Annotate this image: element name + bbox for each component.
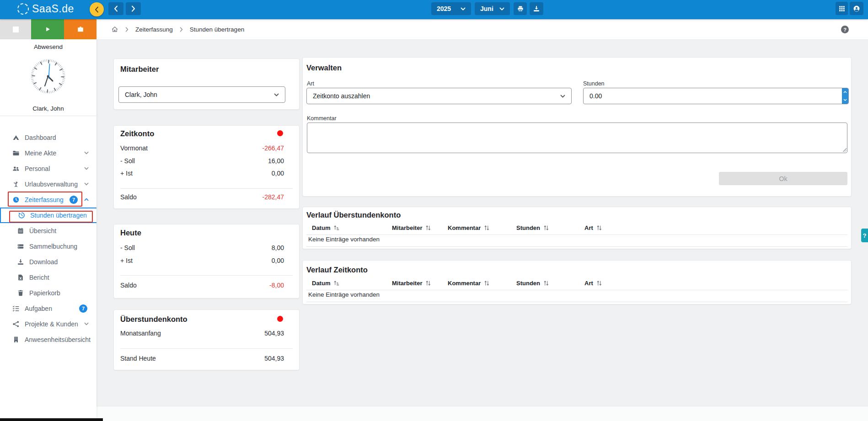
row-value: -8,00 xyxy=(269,282,284,289)
heute-card-title: Heute xyxy=(120,229,141,237)
column-header-kommentar[interactable]: Kommentar xyxy=(448,224,490,231)
verlauf-ueberstundenkonto-card: Verlauf Überstundenkonto Datum Mitarbeit… xyxy=(302,207,852,249)
ueberstundenkonto-card: Überstundenkonto Monatsanfang 504,93 Sta… xyxy=(113,309,300,370)
row-label: - Soll xyxy=(120,244,135,251)
trash-icon xyxy=(17,289,24,297)
stunden-input[interactable] xyxy=(583,88,849,104)
sidebar-item-projekte-kunden[interactable]: Projekte & Kunden xyxy=(0,316,96,332)
spinner-down-button[interactable] xyxy=(842,96,848,104)
export-button[interactable] xyxy=(530,2,543,15)
column-header-art[interactable]: Art xyxy=(584,224,602,231)
sidebar-item-bericht[interactable]: Bericht xyxy=(0,270,96,285)
sort-both-icon xyxy=(543,280,549,286)
verlauf-ueberstundenkonto-title: Verlauf Überstundenkonto xyxy=(306,211,401,219)
chevron-right-icon xyxy=(180,27,183,32)
spinner-up-button[interactable] xyxy=(842,88,848,96)
print-button[interactable] xyxy=(514,2,527,15)
chevron-down-icon xyxy=(274,93,279,96)
sidebar-item-download[interactable]: Download xyxy=(0,254,96,270)
sidebar-item-anwesenheitsuebersicht[interactable]: Anwesenheitsübersicht xyxy=(0,332,96,347)
mitarbeiter-select[interactable]: Clark, John xyxy=(118,86,285,103)
column-header-mitarbeiter[interactable]: Mitarbeiter xyxy=(392,280,431,287)
row-value: 0,00 xyxy=(272,170,284,177)
art-select[interactable]: Zeitkonto auszahlen xyxy=(306,88,572,104)
account-icon xyxy=(853,5,860,12)
tracker-stop-button[interactable] xyxy=(0,19,31,39)
sidebar-item-papierkorb[interactable]: Papierkorb xyxy=(0,285,96,301)
verlauf-zeitkonto-title: Verlauf Zeitkonto xyxy=(306,266,368,274)
sort-both-icon xyxy=(484,225,490,231)
sidebar-item-zeiterfassung[interactable]: Zeiterfassung 7 xyxy=(0,192,96,208)
sidebar-item-personal[interactable]: Personal xyxy=(0,161,96,176)
sort-asc-icon xyxy=(333,280,339,286)
chevron-left-icon xyxy=(114,5,118,12)
year-dropdown[interactable]: 2025 xyxy=(431,2,471,15)
column-header-label: Stunden xyxy=(516,224,540,231)
mitarbeiter-select-value: Clark, John xyxy=(125,91,157,98)
column-header-label: Mitarbeiter xyxy=(392,224,422,231)
row-label: - Soll xyxy=(120,157,135,165)
month-dropdown[interactable]: Juni xyxy=(475,2,510,15)
breadcrumb-level1[interactable]: Zeiterfassung xyxy=(135,26,173,33)
nav-next-button[interactable] xyxy=(126,2,141,15)
zeitkonto-row-ist: + Ist 0,00 xyxy=(120,170,284,177)
sidebar-item-stunden-uebertragen[interactable]: Stunden übertragen xyxy=(0,208,96,223)
stunden-spinner xyxy=(842,88,848,104)
tracker-business-button[interactable] xyxy=(64,19,96,39)
zeiterfassung-badge: 7 xyxy=(70,196,78,204)
textarea-resize-grip[interactable] xyxy=(842,148,847,152)
table-divider xyxy=(306,234,847,235)
zeitkonto-card-title: Zeitkonto xyxy=(120,129,154,138)
sidebar-item-urlaubsverwaltung[interactable]: Urlaubsverwaltung xyxy=(0,176,96,192)
footer-band xyxy=(96,406,868,421)
help-widget-tab[interactable]: ? xyxy=(861,229,868,242)
chevron-up-icon xyxy=(84,198,89,201)
home-button[interactable] xyxy=(111,26,118,33)
sidebar-collapse-button[interactable] xyxy=(90,2,104,16)
ok-button[interactable]: Ok xyxy=(719,172,847,185)
tasks-icon xyxy=(12,305,20,312)
tracker-start-button[interactable] xyxy=(31,19,64,39)
play-icon xyxy=(44,26,51,33)
column-header-stunden[interactable]: Stunden xyxy=(516,280,549,287)
nav-previous-button[interactable] xyxy=(108,2,123,15)
chevron-down-icon xyxy=(499,7,504,11)
sidebar-item-label: Personal xyxy=(25,165,50,172)
sidebar-item-dashboard[interactable]: Dashboard xyxy=(0,130,96,145)
column-header-label: Datum xyxy=(312,224,330,231)
building-icon xyxy=(12,336,20,343)
breadcrumb-level2[interactable]: Stunden übertragen xyxy=(190,26,244,33)
clock-icon xyxy=(12,196,20,203)
table-divider xyxy=(306,246,847,247)
column-header-stunden[interactable]: Stunden xyxy=(516,224,549,231)
app-logo[interactable]: SaaS.de xyxy=(17,3,74,15)
chevron-right-icon xyxy=(125,27,129,32)
sidebar-item-uebersicht[interactable]: Übersicht xyxy=(0,223,96,239)
sidebar-item-label: Zeiterfassung xyxy=(25,196,64,203)
account-button[interactable] xyxy=(850,2,863,15)
column-header-art[interactable]: Art xyxy=(584,280,602,287)
sidebar-item-sammelbuchung[interactable]: Sammelbuchung xyxy=(0,239,96,254)
chevron-down-icon xyxy=(84,167,89,170)
row-label: Stand Heute xyxy=(120,355,156,362)
share-network-icon xyxy=(12,320,20,328)
history-icon xyxy=(18,212,25,219)
sidebar-item-label: Urlaubsverwaltung xyxy=(25,181,78,188)
column-header-datum[interactable]: Datum xyxy=(312,280,339,287)
apps-grid-button[interactable] xyxy=(836,2,848,15)
column-header-mitarbeiter[interactable]: Mitarbeiter xyxy=(392,224,431,231)
kommentar-textarea[interactable] xyxy=(307,123,847,153)
aufgaben-badge: 7 xyxy=(79,304,87,313)
column-header-label: Kommentar xyxy=(448,224,481,231)
page-help-button[interactable]: ? xyxy=(841,26,849,33)
sidebar-item-label: Übersicht xyxy=(29,227,56,234)
table-divider xyxy=(306,302,847,302)
clock-avatar xyxy=(30,58,66,95)
sidebar-item-meine-akte[interactable]: Meine Akte xyxy=(0,145,96,161)
column-header-kommentar[interactable]: Kommentar xyxy=(448,280,490,287)
ueberstunden-row-monatsanfang: Monatsanfang 504,93 xyxy=(120,330,284,337)
column-header-datum[interactable]: Datum xyxy=(312,224,339,231)
bottom-black-bar xyxy=(0,418,103,421)
sort-asc-icon xyxy=(333,225,339,231)
sidebar-item-aufgaben[interactable]: Aufgaben 7 xyxy=(0,301,96,316)
